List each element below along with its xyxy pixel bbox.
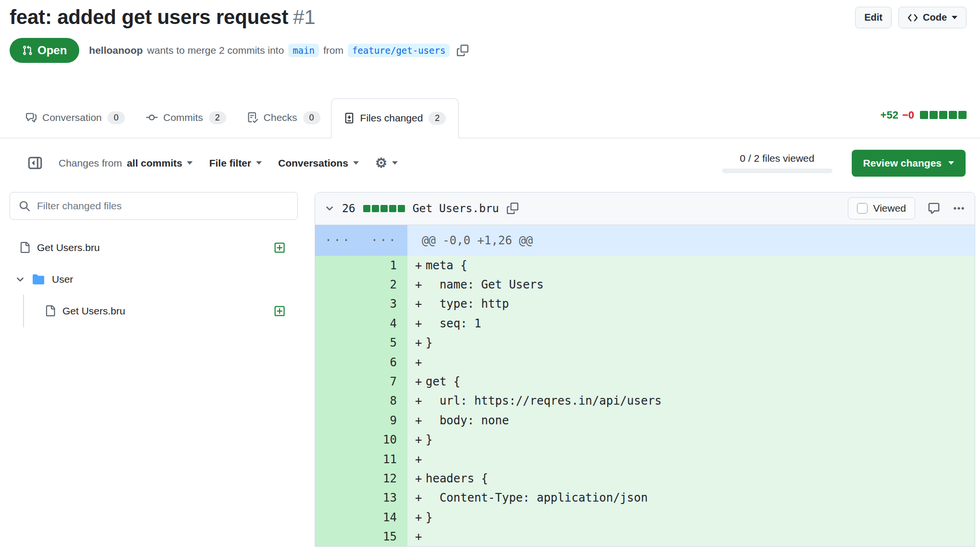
- hunk-gutter[interactable]: ··· ···: [315, 225, 407, 256]
- diff-line[interactable]: 15+: [315, 527, 975, 546]
- chevron-down-icon: [353, 161, 359, 165]
- diff-line[interactable]: 4+ seq: 1: [315, 314, 975, 333]
- files-viewed-progress: 0 / 2 files viewed: [722, 153, 833, 173]
- copy-file-path-icon[interactable]: [507, 203, 518, 214]
- file-filter-label: File filter: [209, 157, 251, 169]
- files-viewed-label: 0 / 2 files viewed: [740, 153, 814, 164]
- diff-plus-sign: +: [407, 259, 426, 272]
- diff-line[interactable]: 11+: [315, 449, 975, 468]
- line-number: 12: [315, 469, 407, 488]
- chevron-down-icon: [256, 161, 262, 165]
- diff-line[interactable]: 10+}: [315, 430, 975, 449]
- chevron-down-icon: [15, 275, 25, 284]
- line-number: 1: [315, 256, 407, 275]
- tab-files-changed[interactable]: Files changed 2: [331, 98, 459, 138]
- diff-line[interactable]: 8+ url: https://reqres.in/api/users: [315, 391, 975, 410]
- file-diff-icon: [344, 113, 355, 123]
- line-number: 5: [315, 333, 407, 352]
- author-link[interactable]: helloanoop: [89, 45, 143, 56]
- line-number: 3: [315, 294, 407, 313]
- tab-label: Commits: [163, 112, 203, 123]
- code-button[interactable]: Code: [898, 7, 967, 28]
- filter-changed-files-input[interactable]: [37, 200, 289, 212]
- chevron-down-icon: [952, 16, 957, 19]
- expand-hunk-icon[interactable]: ···: [361, 225, 407, 256]
- edit-button-label: Edit: [864, 12, 882, 23]
- comment-discussion-icon: [26, 112, 37, 123]
- diff-line[interactable]: 13+ Content-Type: application/json: [315, 488, 975, 507]
- code-text: get {: [426, 375, 460, 388]
- viewed-toggle[interactable]: Viewed: [848, 197, 916, 219]
- diff-settings-dropdown[interactable]: ⚙: [375, 156, 398, 170]
- tree-item-folder[interactable]: User: [10, 267, 298, 292]
- sidebar-collapse-icon[interactable]: [28, 156, 42, 169]
- diff-file-name[interactable]: Get Users.bru: [413, 202, 499, 215]
- kebab-menu-icon[interactable]: [953, 202, 965, 215]
- tab-commits[interactable]: Commits 2: [135, 98, 237, 138]
- diff-plus-sign: +: [407, 317, 426, 330]
- diff-line[interactable]: 14+}: [315, 508, 975, 527]
- diff-line[interactable]: 12+headers {: [315, 469, 975, 488]
- collapse-diff-chevron-icon[interactable]: [325, 204, 334, 213]
- pr-title-text: feat: added get users request: [10, 6, 288, 28]
- comment-icon[interactable]: [928, 202, 940, 215]
- diff-line[interactable]: 5+}: [315, 333, 975, 352]
- expand-hunk-icon[interactable]: ···: [315, 225, 361, 256]
- tab-checks[interactable]: Checks 0: [237, 98, 331, 138]
- line-number: 14: [315, 508, 407, 527]
- diff-added-icon: [274, 305, 285, 317]
- review-changes-label: Review changes: [863, 157, 942, 169]
- conversations-dropdown[interactable]: Conversations: [278, 157, 359, 169]
- line-number: 7: [315, 372, 407, 391]
- diff-line[interactable]: 2+ name: Get Users: [315, 275, 975, 294]
- pr-header: feat: added get users request#1 Edit Cod…: [0, 0, 980, 63]
- code-text: headers {: [426, 472, 488, 485]
- diff-plus-sign: +: [407, 453, 426, 466]
- head-branch-label[interactable]: feature/get-users: [348, 44, 450, 57]
- review-changes-button[interactable]: Review changes: [852, 150, 966, 177]
- status-badge: Open: [10, 38, 79, 63]
- viewed-checkbox[interactable]: [857, 203, 868, 214]
- tab-conversation[interactable]: Conversation 0: [15, 98, 135, 138]
- checklist-icon: [247, 112, 258, 123]
- line-number: 8: [315, 391, 407, 410]
- diff-plus-sign: +: [407, 356, 426, 369]
- diffstat-blocks: [920, 111, 967, 119]
- code-text: seq: 1: [426, 317, 481, 330]
- tab-count: 2: [209, 111, 226, 124]
- from-text: from: [323, 45, 343, 56]
- file-filter-dropdown[interactable]: File filter: [209, 157, 262, 169]
- file-icon: [45, 305, 56, 316]
- diff-line[interactable]: 3+ type: http: [315, 294, 975, 313]
- folder-icon: [33, 274, 44, 285]
- code-text: type: http: [426, 297, 509, 311]
- diffstat-additions: +52: [881, 109, 898, 121]
- tab-count: 0: [303, 111, 320, 124]
- diff-file-header: 26 Get Users.bru Viewed: [315, 192, 975, 225]
- merge-text: wants to merge 2 commits into: [147, 45, 284, 56]
- line-number: 13: [315, 488, 407, 507]
- diff-line[interactable]: 9+ body: none: [315, 411, 975, 430]
- diff-added-icon: [274, 242, 285, 253]
- tree-item-file[interactable]: Get Users.bru: [10, 235, 298, 260]
- code-text: name: Get Users: [426, 278, 544, 291]
- changes-from-dropdown[interactable]: Changes from all commits: [59, 157, 193, 169]
- line-number: 11: [315, 449, 407, 468]
- diffstat: +52 −0: [881, 109, 967, 138]
- edit-button[interactable]: Edit: [855, 7, 892, 28]
- pr-meta-text: helloanoop wants to merge 2 commits into…: [89, 44, 468, 57]
- diff-plus-sign: +: [407, 472, 426, 485]
- diff-line[interactable]: 7+get {: [315, 372, 975, 391]
- line-number: 6: [315, 352, 407, 372]
- status-badge-label: Open: [37, 44, 67, 57]
- tree-item-file[interactable]: Get Users.bru: [10, 299, 298, 324]
- copy-branch-icon[interactable]: [457, 45, 468, 56]
- base-branch-label[interactable]: main: [288, 44, 319, 57]
- diff-line[interactable]: 6+: [315, 352, 975, 372]
- tab-label: Files changed: [360, 112, 423, 124]
- diff-line[interactable]: 1+meta {: [315, 256, 975, 275]
- chevron-down-icon: [187, 161, 193, 165]
- diff-plus-sign: +: [407, 491, 426, 504]
- diff-plus-sign: +: [407, 414, 426, 427]
- chevron-down-icon: [948, 161, 954, 165]
